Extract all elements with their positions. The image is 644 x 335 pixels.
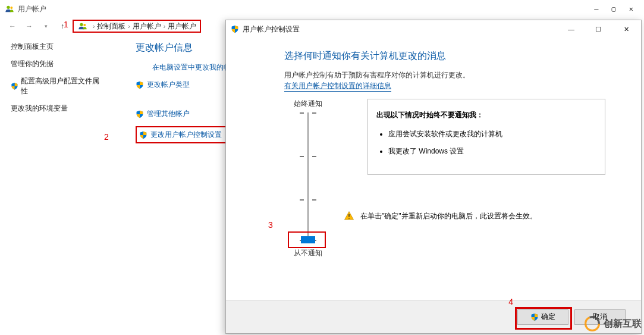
sidebar-item-label: 管理你的凭据 — [11, 59, 54, 69]
cp-sidebar: 控制面板主页 管理你的凭据 配置高级用户配置文件属性 更改我的环境变量 — [11, 42, 100, 143]
users-icon — [77, 21, 88, 31]
sidebar-item-label: 配置高级用户配置文件属性 — [21, 76, 100, 96]
uac-window-controls: — ☐ ✕ — [558, 21, 641, 37]
minimize-button[interactable]: — — [558, 21, 585, 37]
close-button[interactable]: ✕ — [629, 5, 633, 13]
list-item: 应用尝试安装软件或更改我的计算机 — [388, 129, 596, 140]
shield-icon — [530, 313, 539, 321]
link-label: 管理其他帐户 — [147, 109, 190, 119]
slider-column: 始终通知 从不通知 — [284, 99, 332, 258]
never-list: 应用尝试安装软件或更改我的计算机 我更改了 Windows 设置 — [376, 129, 596, 157]
annotation-3: 3 — [268, 220, 273, 230]
shield-icon — [136, 110, 144, 118]
maximize-button[interactable]: ☐ — [585, 21, 611, 37]
nav-back-button[interactable]: ← — [6, 20, 19, 33]
annotation-1: 1 — [64, 20, 68, 29]
link-label: 更改用户帐户控制设置 — [150, 130, 222, 140]
uac-button-bar: 确定 取消 — [226, 300, 641, 333]
uac-headline: 选择何时通知你有关计算机更改的消息 — [284, 50, 605, 62]
shield-icon — [231, 25, 239, 33]
link-label: 更改帐户类型 — [147, 80, 190, 90]
uac-dialog: 用户帐户控制设置 — ☐ ✕ 选择何时通知你有关计算机更改的消息 用户帐户控制有… — [225, 20, 642, 334]
cp-titlebar: 用户帐户 — ▢ ✕ — [0, 0, 644, 18]
chevron-right-icon: › — [128, 23, 130, 30]
uac-titlebar: 用户帐户控制设置 — ☐ ✕ — [226, 20, 641, 38]
cp-window-controls: — ▢ ✕ — [594, 5, 639, 13]
watermark: 创新互联 — [585, 316, 642, 331]
warning-text: 在单击"确定"并重新启动你的电脑后，此设置将会生效。 — [360, 211, 537, 222]
watermark-text: 创新互联 — [604, 318, 642, 330]
breadcrumb-item[interactable]: 用户帐户 — [133, 21, 161, 32]
close-button[interactable]: ✕ — [611, 21, 641, 37]
shield-icon — [136, 81, 144, 89]
sidebar-link-profiles[interactable]: 配置高级用户配置文件属性 — [11, 76, 100, 96]
shield-icon — [139, 131, 147, 139]
slider-bottom-label: 从不通知 — [294, 248, 322, 258]
uac-slider-area: 始终通知 从不通知 出现以下情况时始终不要通知我： 应用尝试安装软件或更改我的计 — [284, 99, 605, 258]
slider-track[interactable] — [296, 112, 320, 243]
uac-description: 用户帐户控制有助于预防有害程序对你的计算机进行更改。 — [284, 70, 605, 81]
warning-icon — [344, 211, 354, 221]
maximize-button[interactable]: ▢ — [612, 5, 616, 13]
list-item: 我更改了 Windows 设置 — [388, 146, 596, 157]
slider-tick — [300, 112, 316, 114]
breadcrumb-item[interactable]: 用户帐户 — [168, 21, 196, 32]
sidebar-home[interactable]: 控制面板主页 — [11, 42, 100, 52]
never-title: 出现以下情况时始终不要通知我： — [376, 110, 596, 120]
chevron-right-icon: › — [164, 23, 165, 30]
minimize-button[interactable]: — — [594, 5, 598, 13]
breadcrumb-item[interactable]: 控制面板 — [97, 21, 125, 32]
slider-tick — [300, 156, 316, 157]
sidebar-link-envvars[interactable]: 更改我的环境变量 — [11, 104, 100, 114]
annotation-4: 4 — [508, 297, 513, 306]
users-icon — [5, 4, 14, 14]
chevron-right-icon: › — [93, 23, 95, 30]
sidebar-item-label: 更改我的环境变量 — [11, 104, 68, 114]
shield-icon — [11, 82, 18, 90]
annotation-box-3 — [288, 231, 326, 248]
slider-top-label: 始终通知 — [294, 99, 322, 109]
nav-dropdown-button[interactable]: ▾ — [39, 20, 52, 33]
nav-forward-button: → — [23, 20, 36, 33]
uac-warning: 在单击"确定"并重新启动你的电脑后，此设置将会生效。 — [344, 211, 605, 222]
sidebar-link-credentials[interactable]: 管理你的凭据 — [11, 59, 100, 69]
main-link-uac-settings[interactable]: 更改用户帐户控制设置 — [136, 126, 230, 143]
never-notify-box: 出现以下情况时始终不要通知我： 应用尝试安装软件或更改我的计算机 我更改了 Wi… — [367, 99, 605, 174]
slider-tick — [300, 199, 316, 201]
button-label: 确定 — [541, 312, 555, 322]
ok-button[interactable]: 确定 — [517, 309, 568, 325]
uac-info-link[interactable]: 有关用户帐户控制设置的详细信息 — [284, 81, 391, 92]
uac-title-text: 用户帐户控制设置 — [243, 24, 300, 35]
breadcrumb: › 控制面板 › 用户帐户 › 用户帐户 — [73, 20, 201, 33]
cp-window-title: 用户帐户 — [18, 4, 46, 14]
annotation-2: 2 — [104, 132, 109, 142]
watermark-logo-icon — [585, 316, 600, 331]
uac-body: 选择何时通知你有关计算机更改的消息 用户帐户控制有助于预防有害程序对你的计算机进… — [226, 38, 641, 258]
